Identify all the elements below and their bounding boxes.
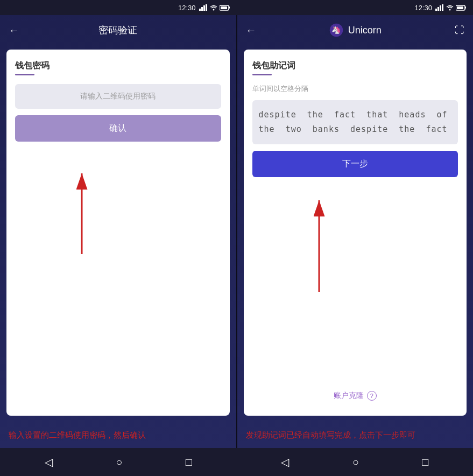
svg-point-12 (449, 9, 451, 11)
svg-rect-11 (442, 4, 443, 11)
account-clone-label: 账户克隆 (334, 391, 364, 401)
signal-icon-right (435, 4, 444, 11)
wifi-icon (210, 4, 217, 11)
right-card: 钱包助记词 单词间以空格分隔 despite the fact that hea… (244, 50, 467, 416)
svg-rect-6 (229, 6, 230, 9)
left-arrow-annotation (50, 146, 136, 265)
svg-point-4 (213, 9, 214, 11)
left-panel: ← 密码验证 钱包密码 请输入二维码使用密码 确认 输入设置的二维码使用密码，然 (0, 15, 236, 448)
mnemonic-subtitle: 单词间以空格分隔 (252, 84, 458, 94)
svg-rect-0 (199, 9, 201, 11)
unicorn-logo: 🦄 Unicorn (329, 23, 382, 38)
confirm-button[interactable]: 确认 (15, 115, 221, 142)
nav-home-left[interactable]: ○ (116, 456, 122, 468)
title-underline-left (15, 74, 34, 75)
help-icon[interactable]: ? (367, 391, 377, 401)
left-back-button[interactable]: ← (9, 24, 19, 37)
svg-rect-7 (221, 6, 227, 9)
right-arrow-annotation (276, 173, 362, 308)
nav-bar: ◁ ○ □ ◁ ○ □ (0, 448, 473, 476)
svg-rect-2 (203, 5, 205, 11)
svg-rect-14 (465, 6, 466, 9)
unicorn-icon: 🦄 (329, 23, 344, 38)
time-left: 12:30 (178, 4, 196, 12)
wifi-icon-right (446, 4, 454, 11)
nav-home-right[interactable]: ○ (352, 456, 359, 468)
expand-button[interactable]: ⛶ (455, 25, 464, 36)
signal-icon (199, 4, 208, 11)
nav-recent-right[interactable]: □ (422, 456, 428, 468)
right-annotation: 发现助记词已经自动填写完成，点击下一步即可 (237, 422, 474, 448)
svg-rect-9 (437, 7, 439, 11)
account-clone[interactable]: 账户克隆 ? (252, 391, 458, 405)
right-panel: ← 🦄 Unicorn ⛶ 钱包助记词 单词间以空格分隔 despite the… (237, 15, 474, 448)
password-input[interactable]: 请输入二维码使用密码 (15, 84, 221, 109)
nav-back-right[interactable]: ◁ (281, 456, 289, 468)
nav-bar-right: ◁ ○ □ (237, 448, 474, 476)
left-title: 密码验证 (98, 24, 137, 37)
right-topbar: ← 🦄 Unicorn ⛶ (237, 15, 474, 45)
status-bar-left: 12:30 (0, 0, 237, 15)
left-annotation: 输入设置的二维码使用密码，然后确认 (0, 422, 236, 448)
left-topbar: ← 密码验证 (0, 15, 236, 45)
svg-rect-3 (206, 4, 207, 11)
status-icons-right (435, 4, 467, 11)
status-bar: 12:30 12:30 (0, 0, 473, 15)
battery-icon-right (456, 4, 467, 11)
svg-rect-1 (201, 7, 203, 11)
svg-rect-8 (435, 9, 437, 11)
svg-rect-10 (440, 5, 441, 11)
right-back-button[interactable]: ← (246, 24, 257, 37)
next-button[interactable]: 下一步 (252, 151, 458, 177)
status-icons-left (199, 4, 230, 11)
svg-rect-15 (457, 6, 463, 9)
title-underline-right (252, 74, 272, 75)
svg-text:🦄: 🦄 (331, 25, 341, 34)
status-bar-right: 12:30 (237, 0, 474, 15)
app-name: Unicorn (348, 25, 382, 36)
nav-recent-left[interactable]: □ (186, 456, 192, 468)
panels-container: ← 密码验证 钱包密码 请输入二维码使用密码 确认 输入设置的二维码使用密码，然 (0, 15, 473, 448)
battery-icon (220, 4, 230, 11)
time-right: 12:30 (414, 4, 432, 12)
mnemonic-text-box[interactable]: despite the fact that heads of the two b… (252, 100, 458, 144)
left-card: 钱包密码 请输入二维码使用密码 确认 (6, 50, 230, 416)
right-card-title: 钱包助记词 (252, 60, 458, 72)
left-card-title: 钱包密码 (15, 60, 221, 72)
nav-back-left[interactable]: ◁ (45, 456, 53, 468)
nav-bar-left: ◁ ○ □ (0, 448, 237, 476)
